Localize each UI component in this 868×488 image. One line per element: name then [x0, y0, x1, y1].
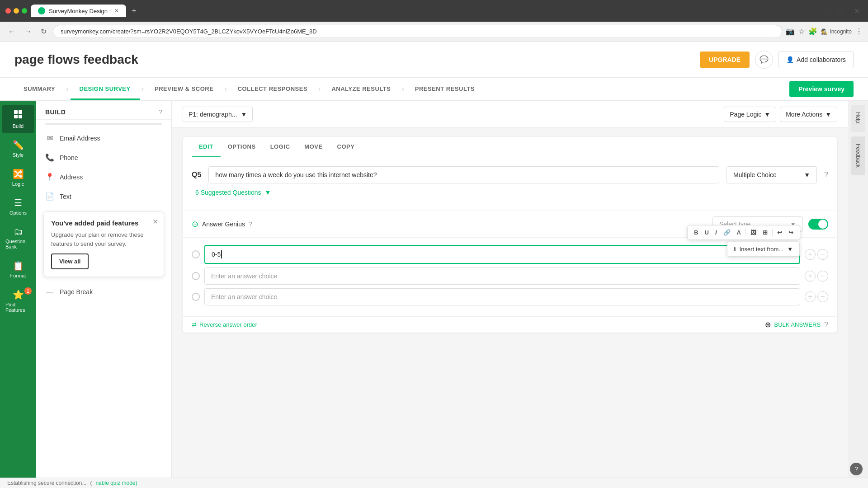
help-button[interactable]: ? [850, 463, 863, 475]
bulk-answers-link[interactable]: BULK ANSWERS [774, 321, 821, 328]
bold-button[interactable]: B [692, 228, 700, 237]
question-type-select[interactable]: Multiple Choice ▼ [726, 166, 817, 183]
add-collaborators-button[interactable]: 👤 Add collaborators [778, 51, 854, 68]
feedback-button[interactable]: 💬 [755, 51, 773, 69]
italic-button[interactable]: I [713, 228, 719, 237]
nav-separator-1: › [66, 85, 68, 93]
tab-present-results[interactable]: PRESENT RESULTS [406, 79, 484, 100]
answer-genius-help[interactable]: ? [249, 221, 252, 228]
add-answer-1-button[interactable]: + [805, 249, 816, 260]
page-logic-button[interactable]: Page Logic ▼ [724, 107, 776, 122]
type-select-chevron: ▼ [804, 171, 810, 178]
remove-answer-1-button[interactable]: − [817, 249, 828, 260]
browser-tab[interactable]: SurveyMonkey Design : ✕ [31, 5, 126, 17]
star-icon[interactable]: ☆ [798, 27, 805, 36]
panel-item-address[interactable]: 📍 Address [36, 167, 171, 187]
upgrade-button[interactable]: UPGRADE [700, 52, 750, 68]
sidebar-item-format[interactable]: 📋 Format [2, 256, 34, 283]
underline-button[interactable]: U [703, 228, 711, 237]
panel-item-phone[interactable]: 📞 Phone [36, 148, 171, 167]
browser-actions: 📷 ☆ 🧩 🕵 Incognito ⋮ [786, 27, 863, 36]
undo-button[interactable]: ↩ [775, 228, 784, 237]
q-tab-edit[interactable]: EDIT [192, 137, 221, 157]
sidebar-item-options[interactable]: ☰ Options [2, 193, 34, 220]
address-bar[interactable]: surveymonkey.com/create/?sm=rsYO2R2V0EQO… [53, 25, 782, 38]
answer-actions-1: + − [805, 249, 828, 260]
sidebar-item-logic[interactable]: 🔀 Logic [2, 164, 34, 191]
toggle-switch[interactable] [808, 219, 828, 230]
preview-survey-button[interactable]: Preview survey [789, 81, 854, 97]
close-button[interactable]: ✕ [851, 5, 863, 17]
question-body: Q5 Multiple Choice ▼ ? 6 Suggested Quest… [183, 157, 837, 211]
insert-text-popup[interactable]: ℹ Insert text from... ▼ [727, 242, 800, 257]
tab-preview-score[interactable]: PREVIEW & SCORE [146, 79, 222, 100]
panel-item-email[interactable]: ✉ Email Address [36, 128, 171, 148]
sidebar-item-style[interactable]: ✏️ Style [2, 135, 34, 162]
radio-circle-2[interactable] [192, 272, 200, 280]
more-actions-button[interactable]: More Actions ▼ [780, 107, 837, 122]
sidebar-item-question-bank[interactable]: 🗂 Question Bank [2, 222, 34, 254]
panel-header: BUILD ? [36, 101, 171, 120]
sidebar: Build ✏️ Style 🔀 Logic ☰ Options 🗂 Quest… [0, 101, 36, 488]
forward-button[interactable]: → [22, 26, 34, 38]
paid-popup-description: Upgrade your plan or remove these featur… [51, 230, 156, 248]
refresh-button[interactable]: ↻ [38, 25, 49, 38]
url-text: surveymonkey.com/create/?sm=rsYO2R2V0EQO… [61, 28, 774, 35]
redo-button[interactable]: ↪ [787, 228, 795, 237]
add-answer-2-button[interactable]: + [805, 271, 816, 282]
image-button[interactable]: 🖼 [749, 228, 758, 237]
panel-item-text[interactable]: 📄 Text [36, 187, 171, 206]
paid-popup-close-button[interactable]: ✕ [152, 217, 158, 226]
reverse-answer-link[interactable]: ⇄ Reverse answer order [192, 321, 257, 328]
quiz-mode-link[interactable]: nable quiz mode) [95, 480, 137, 486]
radio-circle-1[interactable] [192, 250, 200, 258]
maximize-button[interactable]: □ [836, 5, 846, 17]
answer-input-3[interactable]: Enter an answer choice [204, 288, 800, 305]
header-actions: UPGRADE 💬 👤 Add collaborators [700, 51, 854, 69]
answer-input-1[interactable]: 0-5 [204, 245, 800, 264]
table-button[interactable]: ⊞ [761, 228, 769, 237]
new-tab-button[interactable]: + [132, 6, 137, 16]
email-label: Email Address [60, 135, 100, 142]
minimize-button[interactable]: ─ [820, 5, 830, 17]
answer-placeholder-3: Enter an answer choice [211, 293, 277, 300]
bulk-help[interactable]: ? [824, 321, 828, 329]
question-input[interactable] [208, 166, 719, 183]
q-tab-logic[interactable]: LOGIC [263, 137, 297, 157]
suggested-questions-link[interactable]: 6 Suggested Questions ▼ [192, 189, 828, 202]
font-button[interactable]: A [735, 228, 743, 237]
close-tab-icon[interactable]: ✕ [114, 8, 119, 14]
info-icon: ℹ [734, 246, 736, 253]
tab-analyze-results[interactable]: ANALYZE RESULTS [322, 79, 400, 100]
radio-circle-3[interactable] [192, 293, 200, 301]
link-button[interactable]: 🔗 [722, 228, 732, 237]
tab-design-survey[interactable]: DESIGN SURVEY [71, 79, 140, 100]
view-all-button[interactable]: View all [51, 253, 89, 269]
collaborators-label: Add collaborators [797, 56, 846, 63]
answer-genius-left: ⊙ Answer Genius ? [192, 219, 252, 229]
q-tab-move[interactable]: MOVE [297, 137, 330, 157]
panel-help-icon[interactable]: ? [159, 108, 162, 116]
menu-icon[interactable]: ⋮ [855, 27, 863, 36]
add-answer-3-button[interactable]: + [805, 291, 816, 302]
panel-item-page-break[interactable]: — Page Break [36, 282, 171, 301]
page-selector-button[interactable]: P1: demograph... ▼ [183, 107, 253, 122]
question-help-icon[interactable]: ? [824, 171, 828, 179]
q-tab-options[interactable]: OPTIONS [221, 137, 263, 157]
remove-answer-2-button[interactable]: − [817, 271, 828, 282]
camera-icon[interactable]: 📷 [786, 27, 795, 36]
tab-summary[interactable]: SUMMARY [14, 79, 64, 100]
tab-collect-responses[interactable]: COLLECT RESPONSES [229, 79, 316, 100]
sidebar-item-build[interactable]: Build [2, 105, 34, 133]
extension-icon[interactable]: 🧩 [808, 27, 817, 36]
feedback-tab[interactable]: Feedback [851, 136, 865, 175]
back-button[interactable]: ← [5, 26, 18, 38]
incognito-icon: 🕵 [821, 28, 828, 35]
toolbar-right: Page Logic ▼ More Actions ▼ [724, 107, 837, 122]
remove-answer-3-button[interactable]: − [817, 291, 828, 302]
cursor [221, 250, 222, 258]
incognito-button[interactable]: 🕵 Incognito [821, 28, 852, 35]
q-tab-copy[interactable]: COPY [330, 137, 362, 157]
answer-input-2[interactable]: Enter an answer choice [204, 267, 800, 285]
help-tab[interactable]: Help! [851, 105, 865, 132]
